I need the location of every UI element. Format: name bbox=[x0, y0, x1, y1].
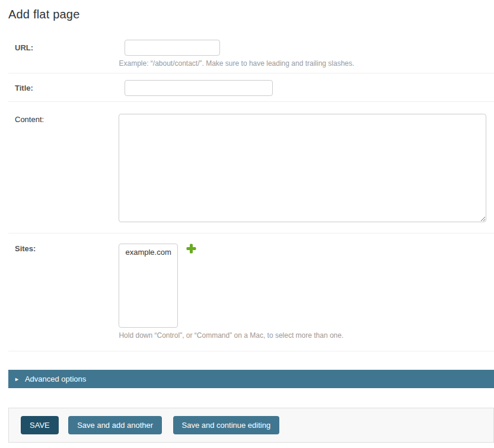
sites-fieldbox: example.com Hold down “Control”, or “Com… bbox=[119, 244, 343, 340]
advanced-options-toggle[interactable]: ►Advanced options bbox=[8, 370, 494, 388]
url-help-text: Example: “/about/contact/”. Make sure to… bbox=[119, 59, 354, 68]
sites-select[interactable]: example.com bbox=[119, 244, 178, 328]
url-fieldbox: Example: “/about/contact/”. Make sure to… bbox=[119, 40, 354, 68]
content-area: Add flat page URL: Example: “/about/cont… bbox=[8, 0, 494, 443]
title-input[interactable] bbox=[125, 80, 273, 96]
title-label: Title: bbox=[15, 80, 116, 92]
form-row-content: Content: bbox=[8, 102, 494, 233]
save-and-add-another-button[interactable]: Save and add another bbox=[68, 416, 162, 434]
sites-label: Sites: bbox=[15, 244, 116, 253]
flatpage-form: URL: Example: “/about/contact/”. Make su… bbox=[8, 33, 494, 443]
sites-help-text: Hold down “Control”, or “Command” on a M… bbox=[119, 331, 343, 340]
submit-row: SAVE Save and add another Save and conti… bbox=[8, 408, 494, 443]
form-row-sites: Sites: example.com Hold down “Control”, … bbox=[8, 233, 494, 351]
save-button[interactable]: SAVE bbox=[21, 416, 59, 434]
page-title: Add flat page bbox=[8, 0, 494, 21]
content-label: Content: bbox=[15, 114, 116, 124]
form-row-url: URL: Example: “/about/contact/”. Make su… bbox=[8, 33, 494, 73]
title-fieldbox bbox=[119, 80, 273, 96]
form-row-title: Title: bbox=[8, 73, 494, 102]
add-site-button[interactable] bbox=[186, 244, 196, 254]
url-input[interactable] bbox=[125, 40, 220, 56]
url-label: URL: bbox=[15, 40, 116, 52]
add-icon bbox=[186, 244, 196, 254]
collapse-arrow-icon: ► bbox=[14, 370, 20, 389]
sites-option[interactable]: example.com bbox=[119, 244, 177, 259]
content-fieldbox bbox=[119, 114, 486, 225]
save-and-continue-editing-button[interactable]: Save and continue editing bbox=[173, 416, 280, 434]
advanced-options-label: Advanced options bbox=[25, 375, 86, 383]
content-textarea[interactable] bbox=[119, 114, 486, 222]
